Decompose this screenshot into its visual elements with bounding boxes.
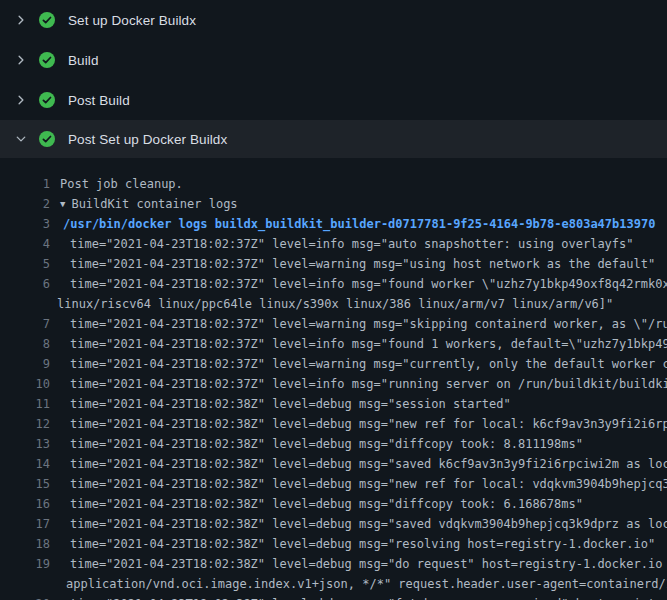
check-circle-icon: [39, 52, 55, 68]
step-row-set-up-docker-buildx[interactable]: Set up Docker Buildx: [0, 0, 667, 40]
log-line: 1 Post job cleanup.: [0, 174, 667, 194]
log-line: 5 time="2021-04-23T18:02:37Z" level=warn…: [0, 254, 667, 274]
log-line: 10 time="2021-04-23T18:02:37Z" level=inf…: [0, 374, 667, 394]
line-number[interactable]: 9: [0, 354, 50, 374]
log-text: time="2021-04-23T18:02:38Z" level=debug …: [70, 394, 511, 414]
log-text: time="2021-04-23T18:02:37Z" level=info m…: [70, 234, 634, 254]
line-number[interactable]: 16: [0, 494, 50, 514]
log-text: time="2021-04-23T18:02:37Z" level=info m…: [70, 334, 667, 354]
log-line: 4 time="2021-04-23T18:02:37Z" level=info…: [0, 234, 667, 254]
log-text: time="2021-04-23T18:02:37Z" level=info m…: [70, 374, 667, 394]
log-text: application/vnd.oci.image.index.v1+json,…: [66, 574, 667, 594]
log-line: 12 time="2021-04-23T18:02:38Z" level=deb…: [0, 414, 667, 434]
log-pane: 1 Post job cleanup. 2 ▼ BuildKit contain…: [0, 158, 667, 600]
log-line: 3 /usr/bin/docker logs buildx_buildkit_b…: [0, 214, 667, 234]
log-text: time="2021-04-23T18:02:38Z" level=debug …: [70, 474, 667, 494]
log-line: 17 time="2021-04-23T18:02:38Z" level=deb…: [0, 514, 667, 534]
log-text: time="2021-04-23T18:02:38Z" level=debug …: [70, 594, 667, 600]
line-number[interactable]: 11: [0, 394, 50, 414]
chevron-down-icon: [12, 133, 30, 145]
line-number[interactable]: 17: [0, 514, 50, 534]
log-text: time="2021-04-23T18:02:37Z" level=warnin…: [70, 314, 667, 334]
line-number[interactable]: 7: [0, 314, 50, 334]
log-text: time="2021-04-23T18:02:38Z" level=debug …: [70, 414, 667, 434]
log-line: 7 time="2021-04-23T18:02:37Z" level=warn…: [0, 314, 667, 334]
log-line: 18 time="2021-04-23T18:02:38Z" level=deb…: [0, 534, 667, 554]
line-number[interactable]: 18: [0, 534, 50, 554]
check-circle-icon: [39, 131, 55, 147]
log-line: linux/riscv64 linux/ppc64le linux/s390x …: [0, 294, 667, 314]
step-label: Build: [68, 53, 99, 68]
step-label: Post Set up Docker Buildx: [68, 132, 227, 147]
log-text: time="2021-04-23T18:02:38Z" level=debug …: [70, 454, 667, 474]
line-number[interactable]: [0, 574, 50, 594]
check-circle-icon: [39, 12, 55, 28]
log-line: 6 time="2021-04-23T18:02:37Z" level=info…: [0, 274, 667, 294]
line-number[interactable]: 3: [0, 214, 50, 234]
log-text: time="2021-04-23T18:02:38Z" level=debug …: [70, 554, 667, 574]
log-text: BuildKit container logs: [71, 194, 237, 214]
chevron-right-icon: [12, 14, 30, 26]
log-line: 19 time="2021-04-23T18:02:38Z" level=deb…: [0, 554, 667, 574]
step-label: Post Build: [68, 93, 130, 108]
line-number[interactable]: 1: [0, 174, 50, 194]
line-number[interactable]: 13: [0, 434, 50, 454]
log-line: 20 time="2021-04-23T18:02:38Z" level=deb…: [0, 594, 667, 600]
log-line: 2 ▼ BuildKit container logs: [0, 194, 667, 214]
step-row-build[interactable]: Build: [0, 40, 667, 80]
log-text: time="2021-04-23T18:02:38Z" level=debug …: [70, 494, 583, 514]
step-row-post-set-up-docker-buildx[interactable]: Post Set up Docker Buildx: [0, 120, 667, 158]
line-number[interactable]: 2: [0, 194, 50, 214]
log-text: /usr/bin/docker logs buildx_buildkit_bui…: [63, 214, 655, 234]
log-line: 11 time="2021-04-23T18:02:38Z" level=deb…: [0, 394, 667, 414]
log-line: 13 time="2021-04-23T18:02:38Z" level=deb…: [0, 434, 667, 454]
log-text: time="2021-04-23T18:02:37Z" level=warnin…: [70, 254, 655, 274]
log-text: time="2021-04-23T18:02:38Z" level=debug …: [70, 534, 655, 554]
log-text: time="2021-04-23T18:02:38Z" level=debug …: [70, 434, 583, 454]
log-text: time="2021-04-23T18:02:37Z" level=info m…: [70, 274, 667, 294]
log-line: 9 time="2021-04-23T18:02:37Z" level=warn…: [0, 354, 667, 374]
line-number[interactable]: 12: [0, 414, 50, 434]
check-circle-icon: [39, 92, 55, 108]
group-caret-icon[interactable]: ▼: [60, 194, 65, 214]
log-line: application/vnd.oci.image.index.v1+json,…: [0, 574, 667, 594]
log-line: 14 time="2021-04-23T18:02:38Z" level=deb…: [0, 454, 667, 474]
log-text: time="2021-04-23T18:02:37Z" level=warnin…: [70, 354, 667, 374]
line-number[interactable]: 6: [0, 274, 50, 294]
actions-log-viewer: Set up Docker Buildx Build Post Build: [0, 0, 667, 600]
line-number[interactable]: 4: [0, 234, 50, 254]
line-number[interactable]: 8: [0, 334, 50, 354]
step-list: Set up Docker Buildx Build Post Build: [0, 0, 667, 158]
line-number[interactable]: 14: [0, 454, 50, 474]
log-line: 16 time="2021-04-23T18:02:38Z" level=deb…: [0, 494, 667, 514]
line-number[interactable]: 5: [0, 254, 50, 274]
log-text: Post job cleanup.: [60, 174, 183, 194]
log-line: 15 time="2021-04-23T18:02:38Z" level=deb…: [0, 474, 667, 494]
line-number[interactable]: 10: [0, 374, 50, 394]
step-row-post-build[interactable]: Post Build: [0, 80, 667, 120]
chevron-right-icon: [12, 54, 30, 66]
log-text: linux/riscv64 linux/ppc64le linux/s390x …: [57, 294, 613, 314]
line-number[interactable]: 20: [0, 594, 50, 600]
chevron-right-icon: [12, 94, 30, 106]
line-number[interactable]: 19: [0, 554, 50, 574]
line-number[interactable]: [0, 294, 50, 314]
log-text: time="2021-04-23T18:02:38Z" level=debug …: [70, 514, 667, 534]
log-line: 8 time="2021-04-23T18:02:37Z" level=info…: [0, 334, 667, 354]
line-number[interactable]: 15: [0, 474, 50, 494]
step-label: Set up Docker Buildx: [68, 13, 196, 28]
